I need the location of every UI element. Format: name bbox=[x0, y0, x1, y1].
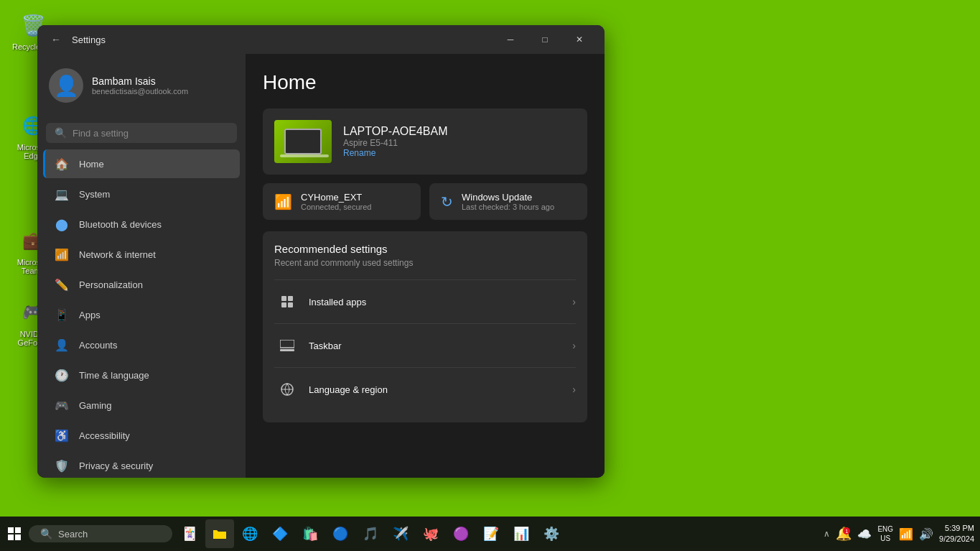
svg-rect-2 bbox=[281, 302, 286, 307]
accounts-icon: 👤 bbox=[55, 338, 69, 352]
setting-row-language-region[interactable]: Language & region › bbox=[274, 367, 576, 411]
svg-rect-10 bbox=[8, 534, 14, 540]
windows-update-status[interactable]: ↻ Windows Update Last checked: 3 hours a… bbox=[429, 183, 587, 220]
taskbar-app-store[interactable]: 🛍️ bbox=[296, 519, 325, 548]
device-rename[interactable]: Rename bbox=[343, 148, 448, 158]
taskbar-icon bbox=[274, 333, 300, 358]
update-value: Last checked: 3 hours ago bbox=[462, 203, 554, 211]
language-region-label: Language & region bbox=[309, 384, 572, 395]
svg-rect-8 bbox=[8, 527, 14, 533]
user-profile[interactable]: 👤 Bambam Isais benedictisais@outlook.com bbox=[37, 60, 246, 111]
system-tray: ∧ 🔔 1 ☁️ ENGUS 📶 🔊 5:39 PM 9/29/2024 bbox=[823, 523, 974, 545]
taskbar-app-file-explorer[interactable] bbox=[205, 519, 234, 548]
language-region-icon bbox=[274, 376, 300, 402]
nav-item-accessibility[interactable]: ♿ Accessibility bbox=[43, 421, 240, 450]
recommended-section: Recommended settings Recent and commonly… bbox=[263, 231, 587, 422]
device-model: Aspire E5-411 bbox=[343, 138, 448, 148]
volume-icon[interactable]: 🔊 bbox=[919, 527, 933, 541]
taskbar-app-settings[interactable]: ⚙️ bbox=[537, 519, 566, 548]
nav-label-accessibility: Accessibility bbox=[79, 430, 130, 441]
window-controls: ─ □ ✕ bbox=[494, 28, 596, 51]
update-label: Windows Update bbox=[462, 192, 554, 203]
search-bar[interactable]: 🔍 Search bbox=[29, 525, 172, 542]
taskbar-app-github[interactable]: 🐙 bbox=[416, 519, 445, 548]
svg-rect-5 bbox=[280, 349, 294, 351]
home-icon: 🏠 bbox=[55, 157, 69, 171]
nav-item-personalization[interactable]: ✏️ Personalization bbox=[43, 270, 240, 299]
nav-label-privacy-security: Privacy & security bbox=[79, 460, 153, 471]
svg-rect-1 bbox=[288, 296, 293, 301]
nav-item-network[interactable]: 📶 Network & internet bbox=[43, 240, 240, 269]
wifi-label: CYHome_EXT bbox=[301, 192, 371, 203]
system-icon: 💻 bbox=[55, 187, 69, 201]
nav-item-bluetooth[interactable]: ⬤ Bluetooth & devices bbox=[43, 210, 240, 239]
cloud-icon[interactable]: ☁️ bbox=[857, 527, 872, 541]
taskbar-app-word[interactable]: 📝 bbox=[477, 519, 505, 548]
search-taskbar-icon: 🔍 bbox=[40, 528, 52, 540]
time-display[interactable]: 5:39 PM 9/29/2024 bbox=[939, 523, 974, 545]
search-setting-input[interactable] bbox=[73, 128, 228, 139]
wifi-status[interactable]: 📶 CYHome_EXT Connected, secured bbox=[263, 183, 421, 220]
device-name: LAPTOP-AOE4BAM bbox=[343, 125, 448, 138]
taskbar-app-chrome[interactable]: 🔵 bbox=[326, 519, 355, 548]
nav-item-accounts[interactable]: 👤 Accounts bbox=[43, 330, 240, 359]
minimize-button[interactable]: ─ bbox=[494, 28, 527, 51]
notification-icon[interactable]: 🔔 1 bbox=[836, 526, 851, 542]
page-title: Home bbox=[263, 71, 587, 94]
nav-label-bluetooth: Bluetooth & devices bbox=[79, 219, 162, 230]
wifi-tray-icon[interactable]: 📶 bbox=[899, 527, 913, 541]
taskbar-app-edge[interactable]: 🔷 bbox=[266, 519, 294, 548]
taskbar-app-vs[interactable]: 🟣 bbox=[447, 519, 475, 548]
taskbar-app-widgets[interactable]: 🃏 bbox=[175, 519, 204, 548]
wifi-icon: 📶 bbox=[274, 193, 292, 210]
device-info: LAPTOP-AOE4BAM Aspire E5-411 Rename bbox=[343, 125, 448, 158]
apps-icon: 📱 bbox=[55, 307, 69, 322]
taskbar: 🔍 Search 🃏 🌐 🔷 🛍️ 🔵 🎵 ✈️ 🐙 🟣 📝 📊 ⚙️ ∧ 🔔 … bbox=[0, 517, 980, 551]
setting-row-taskbar[interactable]: Taskbar › bbox=[274, 323, 576, 367]
search-setting-container: 🔍 bbox=[46, 123, 237, 143]
search-taskbar-label: Search bbox=[58, 529, 88, 540]
taskbar-apps: 🃏 🌐 🔷 🛍️ 🔵 🎵 ✈️ 🐙 🟣 📝 📊 ⚙️ bbox=[175, 519, 566, 548]
svg-rect-9 bbox=[15, 527, 21, 533]
tray-overflow[interactable]: ∧ bbox=[823, 529, 830, 539]
device-thumbnail bbox=[274, 120, 332, 163]
network-icon: 📶 bbox=[55, 247, 69, 261]
maximize-button[interactable]: □ bbox=[528, 28, 561, 51]
taskbar-app-browser[interactable]: 🌐 bbox=[235, 519, 264, 548]
device-card: LAPTOP-AOE4BAM Aspire E5-411 Rename bbox=[263, 108, 587, 175]
taskbar-label: Taskbar bbox=[309, 341, 572, 351]
user-info: Bambam Isais benedictisais@outlook.com bbox=[92, 75, 234, 96]
taskbar-app-powerpoint[interactable]: 📊 bbox=[507, 519, 536, 548]
taskbar-app-music[interactable]: 🎵 bbox=[356, 519, 385, 548]
laptop-icon bbox=[284, 129, 322, 154]
nav-item-time-language[interactable]: 🕐 Time & language bbox=[43, 361, 240, 389]
search-icon: 🔍 bbox=[55, 127, 67, 139]
svg-rect-4 bbox=[280, 340, 294, 348]
nav-item-system[interactable]: 💻 System bbox=[43, 180, 240, 208]
nav-label-network: Network & internet bbox=[79, 249, 156, 260]
close-button[interactable]: ✕ bbox=[563, 28, 596, 51]
bluetooth-icon: ⬤ bbox=[55, 217, 69, 231]
setting-row-installed-apps[interactable]: Installed apps › bbox=[274, 279, 576, 323]
update-icon: ↻ bbox=[441, 193, 453, 210]
main-content: Home LAPTOP-AOE4BAM Aspire E5-411 Rename… bbox=[246, 54, 605, 478]
nav-label-gaming: Gaming bbox=[79, 400, 112, 411]
language-indicator[interactable]: ENGUS bbox=[877, 524, 893, 543]
start-button[interactable] bbox=[0, 519, 29, 548]
user-email: benedictisais@outlook.com bbox=[92, 87, 234, 96]
taskbar-app-telegram[interactable]: ✈️ bbox=[386, 519, 415, 548]
back-button[interactable]: ← bbox=[46, 29, 66, 50]
svg-rect-0 bbox=[281, 296, 286, 301]
recommended-subtitle: Recent and commonly used settings bbox=[274, 258, 576, 268]
nav-label-apps: Apps bbox=[79, 310, 101, 320]
nav-item-home[interactable]: 🏠 Home bbox=[43, 149, 240, 178]
chevron-right-language: › bbox=[572, 384, 576, 395]
nav-label-time-language: Time & language bbox=[79, 370, 149, 381]
settings-body: 👤 Bambam Isais benedictisais@outlook.com… bbox=[37, 54, 605, 478]
nav-item-privacy-security[interactable]: 🛡️ Privacy & security bbox=[43, 451, 240, 478]
nav-item-gaming[interactable]: 🎮 Gaming bbox=[43, 391, 240, 420]
installed-apps-label: Installed apps bbox=[309, 297, 572, 307]
gaming-icon: 🎮 bbox=[55, 398, 69, 412]
installed-apps-icon bbox=[274, 289, 300, 315]
nav-item-apps[interactable]: 📱 Apps bbox=[43, 300, 240, 329]
